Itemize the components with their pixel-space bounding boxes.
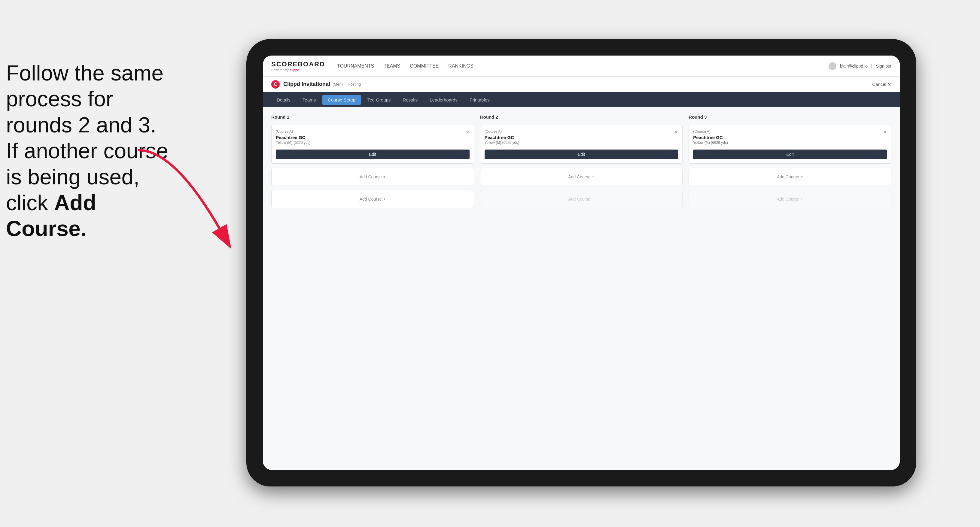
round-2-course-card-1: (Course A) Peachtree GC Yellow (M) (6629…: [480, 125, 683, 163]
round-1-column: Round 1 (Course A) Peachtree GC Yellow (…: [271, 114, 474, 208]
instruction-line6: click: [6, 190, 54, 215]
course-name: Peachtree GC: [693, 135, 728, 140]
rounds-container: Round 1 (Course A) Peachtree GC Yellow (…: [271, 114, 891, 208]
add-course-plus-icon: +: [800, 196, 803, 202]
tab-course-setup[interactable]: Course Setup: [322, 95, 361, 105]
tournament-badge: (Men): [332, 82, 343, 86]
avatar: [829, 62, 837, 70]
content-area: Round 1 (Course A) Peachtree GC Yellow (…: [263, 107, 900, 470]
course-name: Peachtree GC: [485, 135, 519, 140]
add-course-button-r3-1[interactable]: Add Course +: [689, 168, 891, 186]
add-course-label: Add Course: [568, 197, 590, 202]
add-course-button-r3-2: Add Course +: [689, 190, 891, 208]
course-label: (Course A): [485, 129, 519, 133]
nav-items: TOURNAMENTS TEAMS COMMITTEE RANKINGS: [337, 62, 829, 70]
instruction-line5: is being used,: [6, 165, 139, 189]
add-course-label: Add Course: [777, 175, 799, 179]
sign-out-link[interactable]: Sign out: [876, 63, 891, 68]
course-details: Yellow (M) (6629 yds): [693, 141, 728, 145]
tab-leaderboards[interactable]: Leaderboards: [424, 95, 463, 105]
top-navigation: SCOREBOARD Powered by clippd TOURNAMENTS…: [263, 56, 900, 76]
nav-tournaments[interactable]: TOURNAMENTS: [337, 62, 374, 70]
course-name: Peachtree GC: [276, 135, 311, 140]
clippd-logo-icon: C: [271, 80, 280, 89]
course-info: (Course A) Peachtree GC Yellow (M) (6629…: [485, 129, 519, 148]
logo-subtitle: Powered by clippd: [271, 68, 325, 72]
tournament-status: Hosting: [348, 82, 361, 86]
add-course-label: Add Course: [777, 197, 799, 202]
logo-brand: clippd: [290, 68, 299, 72]
add-course-button-r1-2[interactable]: Add Course +: [271, 190, 474, 208]
add-course-button-r2-2: Add Course +: [480, 190, 683, 208]
tablet-screen: SCOREBOARD Powered by clippd TOURNAMENTS…: [263, 56, 900, 470]
nav-committee[interactable]: COMMITTEE: [410, 62, 439, 70]
instruction-line2: process for: [6, 87, 113, 111]
user-email: blair@clippd.io: [840, 63, 868, 68]
course-details: Yellow (M) (6629 yds): [485, 141, 519, 145]
course-card-header: (Course A) Peachtree GC Yellow (M) (6629…: [276, 129, 469, 148]
round-3-course-card-1: (Course A) Peachtree GC Yellow (M) (6629…: [689, 125, 891, 163]
nav-separator: |: [871, 63, 872, 68]
instruction-line3: rounds 2 and 3.: [6, 113, 156, 137]
tournament-title: Clippd Invitational: [283, 81, 330, 87]
nav-teams[interactable]: TEAMS: [383, 62, 400, 70]
course-label: (Course A): [276, 129, 311, 133]
add-course-plus-icon: +: [800, 174, 803, 179]
instruction-line1: Follow the same: [6, 61, 164, 85]
tab-results[interactable]: Results: [397, 95, 423, 105]
tablet-device: SCOREBOARD Powered by clippd TOURNAMENTS…: [247, 39, 916, 486]
edit-course-button[interactable]: Edit: [693, 149, 887, 159]
course-info: (Course A) Peachtree GC Yellow (M) (6629…: [276, 129, 311, 148]
remove-course-icon[interactable]: ✕: [883, 129, 887, 135]
edit-course-button[interactable]: Edit: [485, 149, 678, 159]
add-course-label: Add Course: [360, 197, 382, 202]
course-card-header: (Course A) Peachtree GC Yellow (M) (6629…: [693, 129, 887, 148]
round-2-column: Round 2 (Course A) Peachtree GC Yellow (…: [480, 114, 683, 208]
scoreboard-logo: SCOREBOARD: [271, 60, 325, 68]
round-1-course-card-1: (Course A) Peachtree GC Yellow (M) (6629…: [271, 125, 474, 163]
course-card-header: (Course A) Peachtree GC Yellow (M) (6629…: [485, 129, 678, 148]
add-course-label: Add Course: [568, 175, 590, 179]
tab-tee-groups[interactable]: Tee Groups: [362, 95, 396, 105]
course-info: (Course A) Peachtree GC Yellow (M) (6629…: [693, 129, 728, 148]
instruction-block: Follow the same process for rounds 2 and…: [6, 60, 180, 242]
cancel-button[interactable]: Cancel ✕: [872, 82, 891, 87]
add-course-plus-icon: +: [383, 196, 386, 202]
nav-rankings[interactable]: RANKINGS: [448, 62, 474, 70]
course-label: (Course A): [693, 129, 728, 133]
tab-details[interactable]: Details: [271, 95, 296, 105]
nav-right: blair@clippd.io | Sign out: [829, 62, 891, 70]
round-2-header: Round 2: [480, 114, 683, 119]
tabs-bar: Details Teams Course Setup Tee Groups Re…: [263, 92, 900, 107]
add-course-plus-icon: +: [592, 174, 594, 179]
add-course-plus-icon: +: [383, 174, 386, 179]
add-course-button-r1-1[interactable]: Add Course +: [271, 168, 474, 186]
round-3-column: Round 3 (Course A) Peachtree GC Yellow (…: [689, 114, 891, 208]
instruction-line4: If another course: [6, 139, 168, 163]
add-course-label: Add Course: [360, 175, 382, 179]
sub-header: C Clippd Invitational (Men) Hosting Canc…: [263, 76, 900, 92]
edit-course-button[interactable]: Edit: [276, 149, 469, 159]
round-3-header: Round 3: [689, 114, 891, 119]
logo-area: SCOREBOARD Powered by clippd: [271, 60, 325, 72]
course-details: Yellow (M) (6629 yds): [276, 141, 311, 145]
remove-course-icon[interactable]: ✕: [674, 129, 678, 135]
round-1-header: Round 1: [271, 114, 474, 119]
remove-course-icon[interactable]: ✕: [466, 129, 469, 135]
add-course-button-r2-1[interactable]: Add Course +: [480, 168, 683, 186]
tab-teams[interactable]: Teams: [297, 95, 321, 105]
add-course-plus-icon: +: [592, 196, 594, 202]
tab-printables[interactable]: Printables: [464, 95, 495, 105]
